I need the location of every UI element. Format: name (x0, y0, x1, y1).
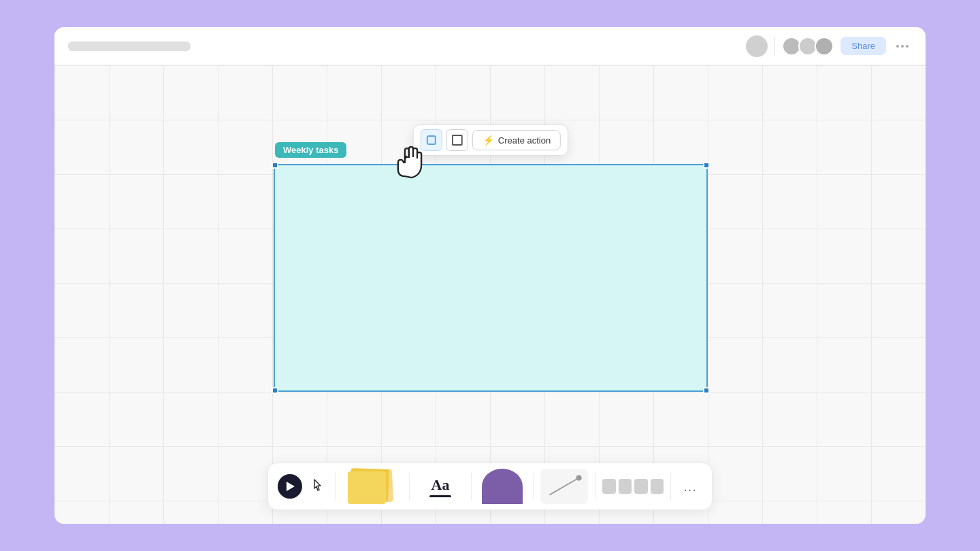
blocks-tool[interactable] (602, 469, 664, 504)
handle-top-right[interactable] (703, 162, 710, 169)
play-icon (287, 482, 295, 491)
shape-icon (482, 469, 523, 504)
toolbar-right: Share (746, 35, 912, 57)
separator-4 (533, 473, 534, 500)
line-icon (549, 478, 579, 496)
widget-body: Weekly tasks (274, 164, 708, 392)
toolbar-left (68, 41, 191, 51)
avatar-sm-3 (815, 37, 834, 56)
bottom-toolbar: Aa (267, 463, 713, 510)
widget-label: Weekly tasks (275, 142, 346, 158)
block-3 (634, 479, 648, 494)
line-tool-button[interactable] (540, 469, 588, 504)
cursor-tool-button[interactable] (308, 476, 328, 497)
divider (774, 37, 775, 56)
square-icon-button[interactable] (446, 129, 468, 151)
create-action-button[interactable]: ⚡ Create action (472, 130, 561, 150)
block-1 (602, 479, 616, 494)
block-2 (619, 479, 632, 494)
handle-bottom-left[interactable] (272, 387, 278, 394)
svg-rect-3 (427, 136, 436, 144)
separator-6 (670, 473, 671, 500)
sticky-notes-tool[interactable] (345, 469, 399, 504)
handle-bottom-right[interactable] (703, 387, 710, 394)
svg-point-0 (896, 45, 899, 48)
block-4 (651, 479, 664, 494)
avatar-group (782, 37, 834, 56)
breadcrumb (68, 41, 191, 51)
more-button[interactable]: ... (678, 474, 702, 499)
line-dot (575, 474, 583, 482)
separator-2 (409, 473, 410, 500)
sticky-main (348, 471, 386, 504)
canvas-area[interactable]: ⚡ Create action Weekly tasks (54, 65, 926, 524)
svg-point-1 (901, 45, 904, 48)
float-toolbar: ⚡ Create action (413, 124, 568, 156)
separator-1 (335, 473, 336, 500)
avatar (746, 35, 768, 57)
text-icon: Aa (431, 476, 450, 494)
create-action-label: Create action (498, 135, 551, 146)
text-underline (429, 495, 451, 497)
text-tool-button[interactable]: Aa (416, 469, 464, 504)
menu-button[interactable] (893, 37, 912, 56)
app-window: Share (54, 27, 926, 524)
share-button[interactable]: Share (840, 37, 886, 55)
toolbar: Share (54, 27, 926, 65)
separator-5 (595, 473, 595, 500)
lightning-icon: ⚡ (483, 135, 494, 146)
checkbox-icon-button[interactable] (421, 129, 442, 151)
selected-widget[interactable]: ⚡ Create action Weekly tasks (274, 164, 708, 392)
svg-rect-4 (453, 135, 462, 145)
handle-top-left[interactable] (272, 162, 278, 169)
shape-tool-button[interactable] (478, 469, 526, 504)
separator-3 (471, 473, 472, 500)
svg-point-2 (906, 45, 909, 48)
play-button[interactable] (278, 474, 302, 499)
